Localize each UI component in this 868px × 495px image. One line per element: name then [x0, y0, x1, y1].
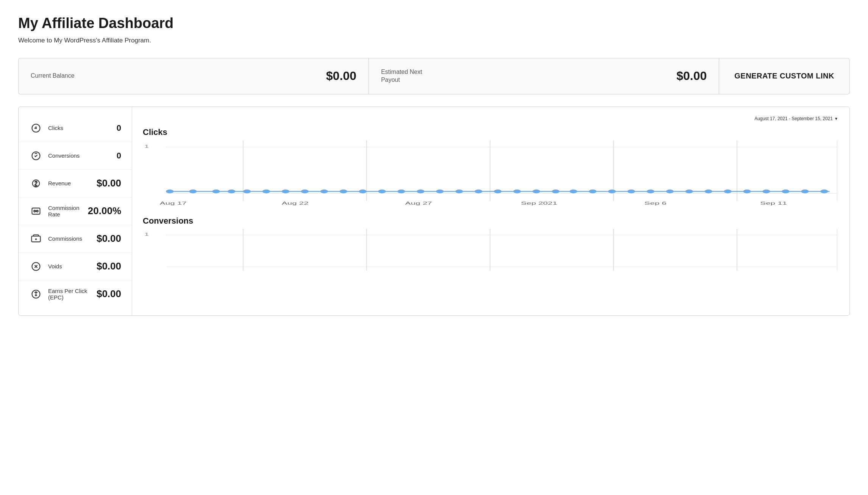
- top-cards-row: Current Balance $0.00 Estimated Next Pay…: [18, 58, 850, 94]
- epc-label: Earns Per Click (EPC): [48, 288, 97, 301]
- svg-point-36: [378, 190, 386, 193]
- conversions-icon: [29, 149, 43, 163]
- svg-point-50: [647, 190, 654, 193]
- svg-point-59: [820, 190, 828, 193]
- epc-value: $0.00: [97, 288, 121, 300]
- svg-point-45: [552, 190, 559, 193]
- page-title: My Affiliate Dashboard: [18, 15, 850, 31]
- date-range-text: August 17, 2021 - September 15, 2021: [754, 116, 833, 121]
- svg-point-33: [320, 190, 328, 193]
- stat-row-commissions: Commissions $0.00: [19, 225, 132, 253]
- estimated-payout-label: Estimated Next Payout: [381, 68, 426, 84]
- svg-point-30: [262, 190, 270, 193]
- svg-point-57: [782, 190, 789, 193]
- svg-point-38: [417, 190, 424, 193]
- conversions-value: 0: [117, 151, 121, 161]
- clicks-chart-title: Clicks: [143, 127, 837, 137]
- svg-point-49: [628, 190, 635, 193]
- clicks-chart: 1: [143, 140, 837, 208]
- estimated-payout-value: $0.00: [676, 69, 707, 83]
- svg-point-40: [455, 190, 463, 193]
- generate-custom-link-button[interactable]: GENERATE CUSTOM LINK: [719, 58, 850, 94]
- svg-point-3: [35, 127, 37, 129]
- svg-point-41: [475, 190, 482, 193]
- svg-point-27: [212, 190, 220, 193]
- svg-point-42: [494, 190, 501, 193]
- stat-row-clicks: Clicks 0: [19, 114, 132, 142]
- svg-point-32: [301, 190, 309, 193]
- conversions-chart-title: Conversions: [143, 216, 837, 226]
- clicks-icon: [29, 121, 43, 135]
- stat-row-revenue: Revenue $0.00: [19, 170, 132, 197]
- svg-point-26: [189, 190, 197, 193]
- svg-point-54: [724, 190, 731, 193]
- current-balance-card: Current Balance $0.00: [18, 58, 368, 94]
- svg-point-39: [436, 190, 443, 193]
- svg-point-58: [801, 190, 809, 193]
- svg-point-25: [166, 190, 173, 193]
- revenue-label: Revenue: [48, 180, 97, 186]
- svg-point-35: [359, 190, 367, 193]
- commissions-icon: [29, 232, 43, 246]
- welcome-message: Welcome to My WordPress's Affiliate Prog…: [18, 37, 850, 44]
- svg-point-46: [570, 190, 577, 193]
- svg-point-53: [705, 190, 712, 193]
- revenue-value: $0.00: [97, 177, 121, 189]
- main-panel: Clicks 0 Conversions 0 Re: [18, 107, 850, 316]
- svg-point-34: [340, 190, 347, 193]
- estimated-payout-card: Estimated Next Payout $0.00: [368, 58, 719, 94]
- svg-point-48: [608, 190, 616, 193]
- chart-panel: August 17, 2021 - September 15, 2021 ▾ C…: [132, 107, 849, 315]
- x-label-sep11: Sep 11: [760, 201, 787, 205]
- conversions-label: Conversions: [48, 152, 117, 159]
- current-balance-value: $0.00: [326, 69, 356, 83]
- commission-rate-value: 20.00%: [88, 205, 121, 217]
- voids-icon: [29, 260, 43, 273]
- commissions-label: Commissions: [48, 235, 97, 242]
- stats-panel: Clicks 0 Conversions 0 Re: [19, 107, 132, 315]
- conversions-chart: 1: [143, 229, 837, 274]
- x-label-sep2021: Sep 2021: [521, 201, 557, 205]
- commissions-value: $0.00: [97, 233, 121, 244]
- x-label-aug17: Aug 17: [160, 201, 187, 205]
- commission-rate-icon: [29, 204, 43, 218]
- stat-row-epc: Earns Per Click (EPC) $0.00: [19, 280, 132, 308]
- revenue-icon: [29, 177, 43, 190]
- commission-rate-label: Commission Rate: [48, 205, 88, 218]
- svg-point-47: [589, 190, 596, 193]
- svg-point-56: [762, 190, 770, 193]
- svg-point-43: [513, 190, 521, 193]
- svg-point-28: [228, 190, 235, 193]
- svg-point-44: [532, 190, 540, 193]
- y-axis-label-1: 1: [144, 144, 149, 149]
- svg-point-55: [743, 190, 751, 193]
- clicks-value: 0: [117, 123, 121, 133]
- clicks-label: Clicks: [48, 125, 117, 131]
- chevron-down-icon: ▾: [835, 116, 837, 121]
- conversions-y-label: 1: [144, 232, 149, 237]
- svg-point-31: [282, 190, 289, 193]
- svg-point-29: [243, 190, 251, 193]
- stat-row-commission-rate: Commission Rate 20.00%: [19, 197, 132, 225]
- current-balance-label: Current Balance: [31, 72, 75, 80]
- svg-point-52: [685, 190, 693, 193]
- svg-point-37: [397, 190, 405, 193]
- epc-icon: [29, 287, 43, 301]
- x-label-aug27: Aug 27: [405, 201, 432, 205]
- x-label-aug22: Aug 22: [282, 201, 309, 205]
- svg-point-51: [666, 190, 674, 193]
- x-label-sep6: Sep 6: [645, 201, 667, 205]
- date-range-selector[interactable]: August 17, 2021 - September 15, 2021 ▾: [143, 116, 837, 121]
- stat-row-voids: Voids $0.00: [19, 253, 132, 280]
- voids-label: Voids: [48, 263, 97, 269]
- stat-row-conversions: Conversions 0: [19, 142, 132, 170]
- voids-value: $0.00: [97, 260, 121, 272]
